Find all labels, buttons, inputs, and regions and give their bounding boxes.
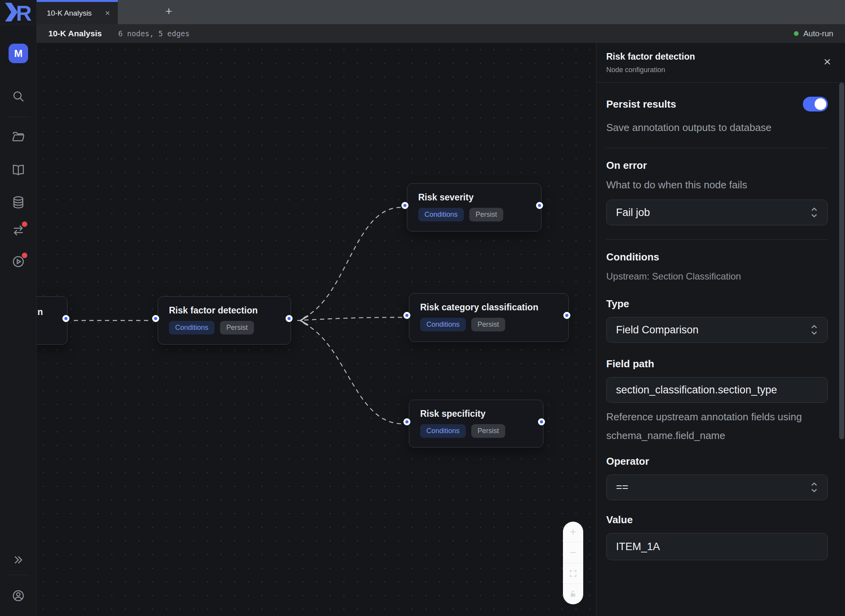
value-input[interactable]: ITEM_1A <box>606 533 828 560</box>
node-risk-factor-detection[interactable]: Risk factor detection Conditions Persist <box>158 296 291 345</box>
tab-close-icon[interactable]: × <box>105 9 110 18</box>
node-risk-severity[interactable]: Risk severity Conditions Persist <box>407 183 541 232</box>
conditions-badge: Conditions <box>420 424 466 438</box>
node-title: Risk factor detection <box>169 305 280 316</box>
on-error-label: On error <box>606 158 828 172</box>
tab-bar: 10-K Analysis × + <box>37 0 845 24</box>
persist-results-toggle[interactable] <box>803 97 828 112</box>
edge[interactable] <box>304 323 403 424</box>
sidebar-item-library[interactable] <box>0 163 37 177</box>
persist-badge: Persist <box>471 318 505 331</box>
sidebar-item-search[interactable] <box>0 90 37 103</box>
database-icon <box>12 196 25 209</box>
persist-results-description: Save annotation outputs to database <box>606 118 774 137</box>
new-tab-button[interactable]: + <box>165 0 172 22</box>
field-path-input[interactable]: section_classification.section_type <box>606 377 828 403</box>
panel-header: Risk factor detection Node configuration… <box>596 43 845 83</box>
node-title: Risk specificity <box>420 409 532 419</box>
port-output[interactable] <box>538 418 545 425</box>
autorun-status-dot <box>794 31 799 36</box>
chevron-updown-icon <box>810 207 818 218</box>
autorun-status[interactable]: Auto-run <box>794 29 833 38</box>
conditions-badge: Conditions <box>169 321 215 335</box>
brand-logo-icon: R <box>4 2 33 22</box>
conditions-badge: Conditions <box>420 318 466 331</box>
node-risk-category-classification[interactable]: Risk category classification Conditions … <box>409 293 569 342</box>
edge[interactable] <box>304 207 401 318</box>
sidebar-divider <box>7 117 30 117</box>
unlock-icon <box>569 590 577 598</box>
svg-text:R: R <box>16 2 32 22</box>
on-error-value: Fail job <box>616 207 650 219</box>
sidebar-item-database[interactable] <box>0 196 37 209</box>
workflow-canvas[interactable]: n Risk factor detection Conditions Persi… <box>37 43 596 616</box>
on-error-select[interactable]: Fail job <box>606 200 828 225</box>
panel-subtitle: Node configuration <box>606 66 835 74</box>
operator-label: Operator <box>606 454 828 468</box>
node-config-panel: Risk factor detection Node configuration… <box>596 43 845 616</box>
workspace-avatar[interactable]: M <box>9 44 28 63</box>
chevron-updown-icon <box>810 481 818 493</box>
zoom-in-button[interactable] <box>563 522 583 542</box>
chevron-updown-icon <box>810 324 818 336</box>
conditions-label: Conditions <box>606 250 828 264</box>
operator-select[interactable]: == <box>606 474 828 500</box>
panel-scrollbar[interactable] <box>839 83 844 439</box>
persist-badge: Persist <box>220 321 254 335</box>
app-logo[interactable]: R <box>0 0 37 24</box>
sidebar-item-projects[interactable] <box>0 130 37 143</box>
minus-icon <box>569 548 577 557</box>
node-title: Risk severity <box>418 192 530 203</box>
workflow-toolbar: 10-K Analysis 6 nodes, 5 edges Auto-run <box>37 24 845 43</box>
value-label: Value <box>606 513 828 527</box>
port-input[interactable] <box>152 315 159 322</box>
workflow-title: 10-K Analysis <box>48 29 102 38</box>
sidebar-item-workflows[interactable] <box>0 224 37 237</box>
on-error-description: What to do when this node fails <box>606 178 828 192</box>
port-input[interactable] <box>403 418 410 425</box>
sidebar-item-account[interactable] <box>0 589 37 602</box>
type-select[interactable]: Field Comparison <box>606 317 828 343</box>
field-path-help: Reference upstream annotation fields usi… <box>606 407 828 445</box>
tab-10k-analysis[interactable]: 10-K Analysis × <box>37 0 118 24</box>
zoom-out-button[interactable] <box>563 542 583 563</box>
search-icon <box>12 90 25 103</box>
canvas-zoom-controls <box>563 522 583 604</box>
edge[interactable] <box>304 317 403 320</box>
persist-badge: Persist <box>469 208 503 221</box>
node-risk-specificity[interactable]: Risk specificity Conditions Persist <box>409 400 543 448</box>
sidebar-divider <box>7 575 30 575</box>
folder-icon <box>12 130 25 143</box>
persist-results-label: Persist results <box>606 98 676 110</box>
autorun-label: Auto-run <box>803 29 833 38</box>
fit-view-icon <box>569 569 577 578</box>
type-value: Field Comparison <box>616 324 699 336</box>
persist-badge: Persist <box>471 424 505 438</box>
port-output[interactable] <box>563 312 570 319</box>
port-input[interactable] <box>403 312 410 319</box>
lock-button[interactable] <box>563 584 583 604</box>
port-output[interactable] <box>62 315 69 322</box>
conditions-badge: Conditions <box>418 208 464 221</box>
port-output[interactable] <box>286 315 293 322</box>
workflow-stats: 6 nodes, 5 edges <box>118 29 190 38</box>
sidebar-item-runs[interactable] <box>0 255 37 268</box>
chevrons-right-icon <box>12 553 25 566</box>
sidebar-collapse-button[interactable] <box>0 553 37 566</box>
node-title: n <box>37 307 43 317</box>
play-circle-icon <box>12 255 25 268</box>
port-output[interactable] <box>536 202 543 209</box>
panel-body: Persist results Save annotation outputs … <box>596 83 845 560</box>
panel-title: Risk factor detection <box>606 51 835 62</box>
port-input[interactable] <box>401 202 408 209</box>
tab-label: 10-K Analysis <box>47 9 105 18</box>
section-divider <box>606 148 828 148</box>
notification-dot <box>22 221 27 227</box>
section-divider <box>606 239 828 240</box>
close-icon[interactable]: × <box>824 55 831 68</box>
node-title: Risk category classification <box>420 302 557 313</box>
fit-view-button[interactable] <box>563 563 583 584</box>
book-icon <box>12 163 25 177</box>
operator-value: == <box>616 481 628 494</box>
type-label: Type <box>606 297 828 311</box>
